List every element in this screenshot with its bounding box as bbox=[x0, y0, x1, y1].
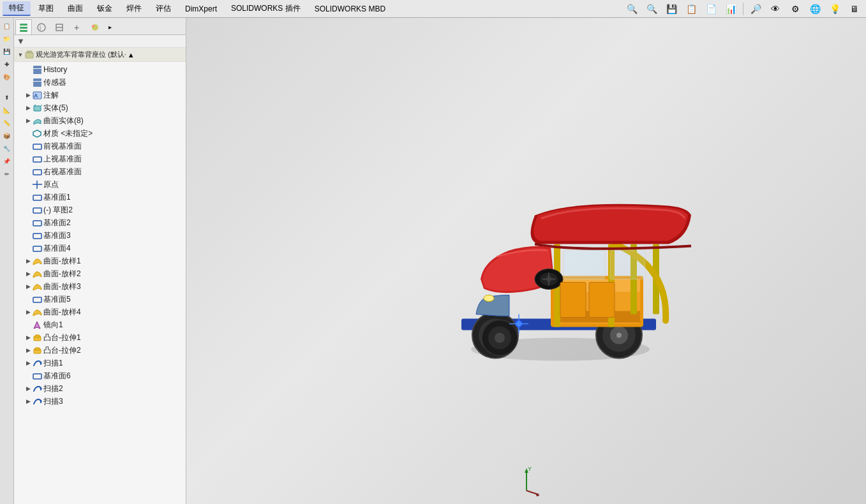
tree-item-icon-loft2 bbox=[32, 269, 42, 279]
tree-item[interactable]: ▶曲面-放样4 bbox=[14, 306, 186, 318]
tree-expander[interactable]: ▶ bbox=[24, 308, 32, 316]
tree-item[interactable]: 基准面5 bbox=[14, 293, 186, 306]
settings-button[interactable]: ⚙ bbox=[786, 1, 804, 17]
root-expander[interactable]: ▼ bbox=[17, 51, 24, 59]
panel-btn-2[interactable]: 📁 bbox=[1, 33, 13, 45]
zoom-in-button[interactable]: 🔍 bbox=[643, 1, 661, 17]
tree-tab-plus[interactable]: + bbox=[69, 19, 86, 34]
tree-expander[interactable]: ▶ bbox=[24, 117, 32, 124]
menu-item-features[interactable]: 特征 bbox=[3, 1, 31, 16]
panel-btn-9[interactable]: 📦 bbox=[1, 130, 13, 142]
panel-btn-4[interactable]: ✚ bbox=[1, 59, 13, 70]
tree-item[interactable]: 右视基准面 bbox=[14, 165, 186, 178]
tree-item[interactable]: History bbox=[14, 63, 186, 76]
tree-expander[interactable] bbox=[24, 130, 32, 137]
tree-item[interactable]: (-) 草图2 bbox=[14, 204, 186, 216]
tree-item[interactable]: 前视基准面 bbox=[14, 140, 186, 152]
tree-item[interactable]: 基准面3 bbox=[14, 229, 186, 242]
menu-item-weldment[interactable]: 焊件 bbox=[120, 2, 148, 15]
panel-btn-5[interactable]: 🎨 bbox=[1, 71, 13, 83]
chart-button[interactable]: 📊 bbox=[722, 1, 740, 17]
menu-item-dimxpert[interactable]: DimXpert bbox=[179, 3, 223, 15]
tree-item[interactable]: 基准面2 bbox=[14, 216, 186, 229]
tree-expander[interactable] bbox=[24, 155, 32, 163]
panel-btn-10[interactable]: 🔧 bbox=[1, 143, 13, 154]
tree-item[interactable]: ▶实体(5) bbox=[14, 101, 186, 114]
tree-expander[interactable]: ▶ bbox=[24, 91, 32, 99]
tree-expander[interactable] bbox=[24, 193, 32, 201]
tree-expander[interactable] bbox=[24, 142, 32, 150]
panel-btn-6[interactable]: ⬆ bbox=[1, 92, 13, 103]
tree-item[interactable]: ▶凸台-拉伸1 bbox=[14, 331, 186, 344]
tree-item[interactable]: ▶扫描1 bbox=[14, 357, 186, 369]
tree-expander[interactable]: ▶ bbox=[24, 104, 32, 112]
tree-item[interactable]: ▶扫描3 bbox=[14, 395, 186, 408]
panel-btn-8[interactable]: 📏 bbox=[1, 117, 13, 129]
tree-expander[interactable]: ▶ bbox=[24, 270, 32, 278]
tree-expander[interactable]: ▶ bbox=[24, 334, 32, 341]
tree-tab-features[interactable] bbox=[15, 19, 32, 34]
tree-expander[interactable]: ▶ bbox=[24, 385, 32, 392]
tree-expander[interactable] bbox=[24, 66, 32, 73]
tree-item[interactable]: ▶A注解 bbox=[14, 89, 186, 101]
panel-btn-12[interactable]: ✏ bbox=[1, 168, 13, 180]
tree-expander[interactable] bbox=[24, 219, 32, 226]
menu-item-sheetmetal[interactable]: 钣金 bbox=[91, 2, 119, 15]
viewport[interactable]: Y X bbox=[186, 18, 866, 504]
tree-expander[interactable] bbox=[24, 206, 32, 214]
tree-root-item[interactable]: ▼ 观光游览车背靠背座位 (默认· ▲ bbox=[14, 48, 186, 62]
tree-expander[interactable]: ▶ bbox=[24, 397, 32, 405]
view-button-1[interactable]: 🔎 bbox=[747, 1, 765, 17]
tree-item[interactable]: 原点 bbox=[14, 178, 186, 191]
menu-item-sw-plugins[interactable]: SOLIDWORKS 插件 bbox=[225, 2, 307, 15]
tree-expander[interactable] bbox=[24, 168, 32, 175]
tree-expander[interactable] bbox=[24, 295, 32, 303]
tree-item[interactable]: ▶曲面实体(8) bbox=[14, 114, 186, 127]
tree-item[interactable]: ▶曲面-放样1 bbox=[14, 255, 186, 267]
menu-item-sketch[interactable]: 草图 bbox=[32, 2, 60, 15]
tree-expander[interactable] bbox=[24, 78, 32, 86]
panel-btn-3[interactable]: 💾 bbox=[1, 46, 13, 57]
tree-item[interactable]: 传感器 bbox=[14, 76, 186, 89]
tree-expander[interactable] bbox=[24, 181, 32, 188]
light-button[interactable]: 💡 bbox=[826, 1, 844, 17]
tree-item[interactable]: ▶曲面-放样2 bbox=[14, 267, 186, 280]
tree-expander[interactable]: ▶ bbox=[24, 257, 32, 265]
search-button[interactable]: 🔍 bbox=[623, 1, 641, 17]
tree-expander[interactable] bbox=[24, 321, 32, 329]
tree-item[interactable]: 上视基准面 bbox=[14, 152, 186, 165]
tree-expander[interactable] bbox=[24, 244, 32, 252]
tree-item[interactable]: 材质 <未指定> bbox=[14, 127, 186, 140]
display-button[interactable]: 🖥 bbox=[846, 1, 863, 17]
tree-tab-properties[interactable]: i bbox=[33, 19, 50, 34]
menu-item-surface[interactable]: 曲面 bbox=[61, 2, 89, 15]
view-button-2[interactable]: 👁 bbox=[766, 1, 784, 17]
tree-expander[interactable]: ▶ bbox=[24, 346, 32, 354]
tree-item[interactable]: 基准面4 bbox=[14, 242, 186, 255]
menu-item-sw-mbd[interactable]: SOLIDWORKS MBD bbox=[308, 3, 392, 15]
tree-item-icon-loft4 bbox=[32, 307, 42, 317]
tree-expander[interactable] bbox=[24, 232, 32, 239]
tree-expander[interactable]: ▶ bbox=[24, 283, 32, 290]
tree-item[interactable]: 基准面6 bbox=[14, 369, 186, 382]
tree-item[interactable]: ▶凸台-拉伸2 bbox=[14, 344, 186, 357]
tree-item[interactable]: ▶扫描2 bbox=[14, 382, 186, 395]
panel-btn-7[interactable]: 📐 bbox=[1, 105, 13, 116]
tree-tab-more[interactable]: ▸ bbox=[105, 19, 115, 34]
doc-button[interactable]: 📄 bbox=[702, 1, 720, 17]
tree-expander[interactable]: ▶ bbox=[24, 359, 32, 367]
copy-button[interactable]: 📋 bbox=[682, 1, 700, 17]
tree-item[interactable]: 镜向1 bbox=[14, 318, 186, 331]
save-button[interactable]: 💾 bbox=[662, 1, 680, 17]
svg-text:+: + bbox=[74, 22, 79, 33]
menu-item-evaluate[interactable]: 评估 bbox=[149, 2, 177, 15]
panel-btn-11[interactable]: 📌 bbox=[1, 156, 13, 167]
panel-btn-1[interactable]: 📋 bbox=[1, 20, 13, 32]
tree-tab-config[interactable] bbox=[51, 19, 68, 34]
tree-tab-appearance[interactable] bbox=[87, 19, 103, 34]
tree-item[interactable]: 基准面1 bbox=[14, 191, 186, 204]
tree-expander[interactable] bbox=[24, 372, 32, 380]
svg-rect-77 bbox=[564, 251, 605, 279]
globe-button[interactable]: 🌐 bbox=[806, 1, 824, 17]
tree-item[interactable]: ▶曲面-放样3 bbox=[14, 280, 186, 293]
